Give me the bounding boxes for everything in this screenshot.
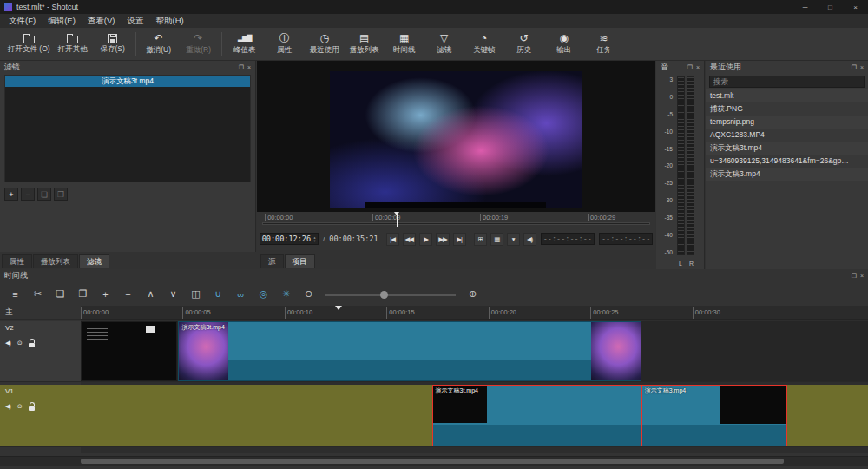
zoom-out-button[interactable]: ⊖	[301, 287, 316, 302]
copy-button[interactable]: ❏	[53, 287, 68, 302]
preview-scrubber[interactable]: 00:00:0000:00:0900:00:1900:00:29	[257, 212, 655, 228]
paste-button[interactable]: ❐	[76, 287, 90, 302]
close-icon[interactable]: ×	[860, 273, 864, 280]
preview-playhead[interactable]	[397, 213, 398, 227]
remove-filter-button[interactable]: −	[21, 188, 35, 201]
track-head-v1[interactable]: V1◀)⊙	[0, 385, 81, 447]
maximize-button[interactable]: □	[818, 0, 843, 14]
lock-icon[interactable]	[29, 402, 36, 411]
timeline-scrollbar[interactable]	[0, 456, 868, 466]
menubar-item[interactable]: 设置	[121, 15, 149, 28]
hide-icon[interactable]: ⊙	[17, 339, 22, 347]
track-head-v2[interactable]: V2◀)⊙	[0, 321, 81, 382]
scrubber-track[interactable]	[262, 222, 650, 225]
skip-to-start-button[interactable]: |◀	[386, 233, 399, 246]
menubar-item[interactable]: 查看(V)	[82, 15, 122, 28]
tab-source[interactable]: 源	[260, 254, 284, 268]
append-button[interactable]: +	[98, 287, 113, 302]
rewind-button[interactable]: ◀◀	[403, 233, 417, 246]
fast-forward-button[interactable]: ▶▶	[436, 233, 450, 246]
jobs-button[interactable]: ≋任务	[584, 30, 624, 59]
recent-item[interactable]: tempsnip.png	[706, 116, 868, 129]
snap-button[interactable]: ∪	[211, 287, 226, 302]
overwrite-button[interactable]: ∨	[166, 287, 181, 302]
ripple-button[interactable]: ◎	[256, 287, 271, 302]
timeline-playhead[interactable]	[339, 306, 339, 453]
zoom-slider[interactable]	[326, 288, 456, 301]
clip[interactable]	[81, 321, 177, 381]
clip[interactable]: 演示文稿3t.mp4	[178, 321, 641, 381]
recent-item[interactable]: 演示文稿3.mp4	[706, 168, 868, 181]
zoom-in-button[interactable]: ⊕	[465, 287, 480, 302]
redo-button[interactable]: ↷重做(R)	[179, 30, 219, 59]
timeline-button[interactable]: ▦时间线	[385, 30, 424, 59]
open-other-button[interactable]: 打开其他	[53, 30, 93, 59]
recent-item[interactable]: 演示文稿3t.mp4	[706, 142, 868, 155]
copy-filters-button[interactable]: ❏	[37, 188, 51, 201]
undo-button[interactable]: ↶撤消(U)	[139, 30, 179, 59]
close-icon[interactable]: ×	[696, 64, 700, 71]
zoom-fit-button[interactable]: ⊞	[474, 233, 487, 246]
close-icon[interactable]: ×	[247, 64, 251, 71]
master-track-label[interactable]: 主	[0, 306, 81, 320]
volume-button[interactable]: ◀)	[523, 233, 536, 246]
save-button[interactable]: 保存(S)	[93, 30, 133, 59]
grid-menu-button[interactable]: ▾	[507, 233, 520, 246]
close-icon[interactable]: ×	[860, 64, 864, 71]
recent-item[interactable]: test.mlt	[706, 89, 868, 102]
keyframes-button[interactable]: ◔关键帧	[464, 30, 504, 59]
timeline-scrollbar-handle[interactable]	[81, 459, 784, 464]
zoom-slider-handle[interactable]	[380, 291, 388, 299]
float-icon[interactable]: ❐	[239, 64, 244, 71]
float-icon[interactable]: ❐	[687, 64, 693, 71]
menubar-item[interactable]: 文件(F)	[3, 15, 42, 28]
playlist-button[interactable]: ▤播放列表	[345, 30, 385, 59]
float-icon[interactable]: ❐	[852, 273, 857, 280]
mute-icon[interactable]: ◀)	[5, 339, 10, 347]
skip-to-end-button[interactable]: ▶|	[453, 233, 466, 246]
recent-item[interactable]: u=3460939125,3149483641&fm=26&gp…	[706, 155, 868, 168]
play-button[interactable]: ▶	[419, 233, 432, 246]
scrub-while-dragging-button[interactable]: ∞	[233, 287, 248, 302]
peak-meter-button[interactable]: ▂▅▇峰值表	[225, 30, 265, 59]
export-button[interactable]: ◉输出	[544, 30, 584, 59]
tab-project[interactable]: 项目	[285, 254, 315, 268]
mute-icon[interactable]: ◀)	[5, 402, 10, 411]
ripple-all-tracks-button[interactable]: ✳	[279, 287, 293, 302]
add-filter-button[interactable]: +	[4, 188, 18, 201]
properties-button[interactable]: ⓘ属性	[265, 30, 305, 59]
timeline-menu-button[interactable]: ≡	[8, 287, 23, 302]
filter-list-selected-item[interactable]: 演示文稿3t.mp4	[5, 76, 250, 87]
split-button[interactable]: ◫	[188, 287, 203, 302]
in-point-field[interactable]: --:--:--:--	[541, 233, 595, 245]
tab-filters[interactable]: 滤镜	[79, 254, 109, 268]
timeline-ruler[interactable]: 00:00:0000:00:0500:00:1000:00:1500:00:20…	[81, 306, 868, 320]
cut-button[interactable]: ✂	[30, 287, 45, 302]
clip[interactable]: 演示文稿3t.mp4	[432, 385, 641, 446]
player-tabs: 源项目	[260, 254, 315, 268]
float-icon[interactable]: ❐	[852, 64, 857, 71]
hide-icon[interactable]: ⊙	[17, 402, 22, 411]
filters-button[interactable]: ▽滤镜	[424, 30, 464, 59]
menubar-item[interactable]: 编辑(E)	[42, 15, 82, 28]
clip[interactable]: 演示文稿3.mp4	[641, 385, 788, 446]
search-input[interactable]	[709, 76, 865, 88]
recent-item[interactable]: 捕获.PNG	[706, 102, 868, 116]
open-file-button[interactable]: 打开文件 (O)	[5, 30, 53, 59]
selected-duration-field[interactable]: --:--:--:--	[599, 233, 653, 245]
grid-button[interactable]: ▦	[490, 233, 503, 246]
menubar-item[interactable]: 帮助(H)	[149, 15, 189, 28]
recent-button[interactable]: ◷最近使用	[305, 30, 345, 59]
lift-button[interactable]: ∧	[143, 287, 158, 302]
ripple-delete-button[interactable]: −	[121, 287, 135, 302]
spinner-arrows-icon[interactable]: ▴▾	[313, 235, 316, 242]
tab-playlist[interactable]: 播放列表	[33, 254, 78, 268]
lock-icon[interactable]	[29, 339, 36, 347]
recent-item[interactable]: AQXC1283.MP4	[706, 129, 868, 142]
minimize-button[interactable]: ─	[792, 0, 818, 14]
position-field[interactable]: 00:00:12:26 ▴▾	[260, 233, 319, 245]
close-button[interactable]: ×	[843, 0, 868, 14]
history-button[interactable]: ↺历史	[504, 30, 544, 59]
paste-filters-button[interactable]: ❐	[54, 188, 68, 201]
tab-properties[interactable]: 属性	[2, 254, 32, 268]
